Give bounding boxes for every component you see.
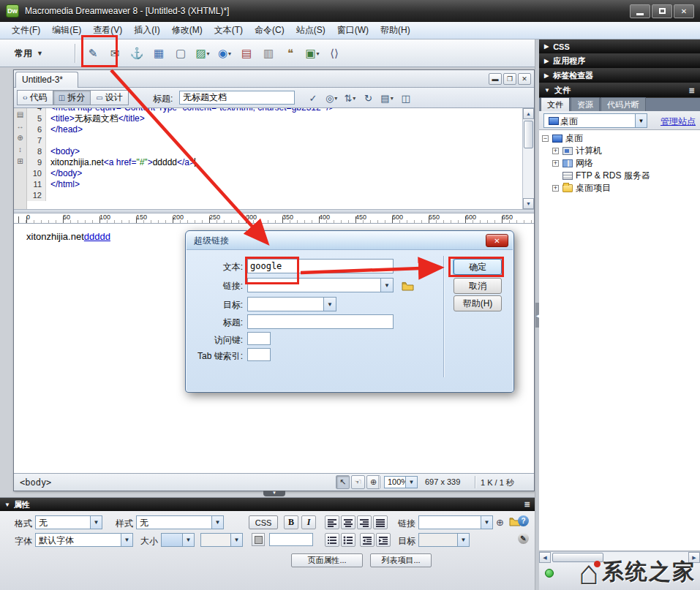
properties-header[interactable]: ▼ 属性 ≣ xyxy=(0,498,535,511)
tree-item[interactable]: +网络 xyxy=(539,157,700,170)
link-dropdown[interactable]: ▼ xyxy=(418,515,493,529)
date-icon[interactable]: ▤ xyxy=(237,44,256,63)
color-hex-input[interactable] xyxy=(269,533,313,546)
scrollbar-thumb[interactable] xyxy=(552,553,603,562)
dropdown-arrow-icon[interactable]: ▾ xyxy=(207,50,210,57)
menu-item[interactable]: 窗口(W) xyxy=(331,22,375,39)
dropdown-arrow-icon[interactable]: ▾ xyxy=(317,50,320,57)
file-management-icon[interactable]: ⇅▾ xyxy=(342,91,358,105)
menu-item[interactable]: 站点(S) xyxy=(290,22,331,39)
design-hyperlink[interactable]: ddddd xyxy=(84,231,110,242)
font-dropdown[interactable]: 默认字体 ▼ xyxy=(35,533,133,547)
tree-item[interactable]: +桌面项目 xyxy=(539,182,700,194)
scroll-down-icon[interactable]: ▼ xyxy=(523,198,534,209)
panel-menu-icon[interactable]: ≣ xyxy=(689,86,695,94)
code-lines[interactable]: 4<meta http-equiv="Content-Type" content… xyxy=(27,108,522,209)
align-center-button[interactable] xyxy=(341,515,355,529)
tag-chooser-icon[interactable]: ⟨⟩ xyxy=(325,44,344,63)
chevron-down-icon[interactable]: ▼ xyxy=(380,279,393,292)
help-button[interactable]: 帮助(H) xyxy=(454,295,502,311)
design-plain-text[interactable]: xitonzhijia.net xyxy=(26,231,84,242)
named-anchor-icon[interactable]: ⚓ xyxy=(127,44,146,63)
code-vertical-scrollbar[interactable]: ▲ ▼ xyxy=(522,108,534,209)
outdent-button[interactable] xyxy=(360,533,375,547)
image-icon[interactable]: ▨▾ xyxy=(193,44,212,63)
quick-tag-edit-icon[interactable]: ✎ xyxy=(518,533,529,544)
scroll-left-icon[interactable]: ◀ xyxy=(539,552,551,563)
window-size-value[interactable]: 697 x 339 xyxy=(425,477,460,486)
restore-button[interactable] xyxy=(652,4,672,18)
unordered-list-button[interactable] xyxy=(341,533,355,547)
hyperlink-icon[interactable]: ✎ xyxy=(83,44,102,63)
zoom-level-dropdown[interactable]: 100% ▼ xyxy=(384,476,418,488)
insert-div-icon[interactable]: ▢ xyxy=(171,44,190,63)
view-options-icon[interactable]: ▤▾ xyxy=(378,91,395,105)
minimize-button[interactable] xyxy=(630,4,650,18)
connection-status-icon[interactable] xyxy=(545,569,554,578)
doc-title-input[interactable] xyxy=(179,91,295,105)
scrollbar-thumb[interactable] xyxy=(524,121,533,148)
scroll-right-icon[interactable]: ▶ xyxy=(688,552,700,563)
align-right-button[interactable] xyxy=(357,515,372,529)
tree-item[interactable]: FTP & RDS 服务器 xyxy=(539,170,700,182)
ok-button[interactable]: 确定 xyxy=(454,259,502,275)
hyperlink-title-input[interactable] xyxy=(247,314,394,329)
ordered-list-button[interactable] xyxy=(325,533,339,547)
table-icon[interactable]: ▦ xyxy=(149,44,168,63)
server-include-icon[interactable]: ▥ xyxy=(259,44,278,63)
view-button-设计[interactable]: ▭设计 xyxy=(90,90,128,105)
size-dropdown[interactable]: ▼ xyxy=(161,533,195,547)
view-button-拆分[interactable]: ◫拆分 xyxy=(53,90,91,105)
menu-item[interactable]: 文本(T) xyxy=(208,22,249,39)
scroll-up-icon[interactable]: ▲ xyxy=(523,108,534,119)
email-link-icon[interactable]: ✉ xyxy=(105,44,124,63)
italic-button[interactable]: I xyxy=(301,515,316,529)
panel-header-标签检查器[interactable]: ▶标签检查器 xyxy=(539,69,700,83)
hyperlink-link-combo[interactable]: ▼ xyxy=(247,278,394,292)
tree-expander-icon[interactable]: + xyxy=(552,185,559,192)
view-button-代码[interactable]: ‹›代码 xyxy=(17,90,53,105)
tab-index-input[interactable] xyxy=(247,348,271,361)
list-item-button[interactable]: 列表项目... xyxy=(370,553,432,567)
access-key-input[interactable] xyxy=(247,332,271,345)
browse-folder-icon[interactable] xyxy=(399,279,415,292)
align-justify-button[interactable] xyxy=(373,515,388,529)
doc-minimize-button[interactable]: ▬ xyxy=(489,73,502,85)
tag-selector-body[interactable]: <body> xyxy=(20,477,51,488)
dialog-close-button[interactable]: ✕ xyxy=(486,234,508,247)
panel-header-files[interactable]: ▼ 文件 ≣ xyxy=(539,83,700,98)
dropdown-arrow-icon[interactable]: ▾ xyxy=(228,50,231,57)
dialog-title-bar[interactable]: 超级链接 xyxy=(187,232,513,250)
tree-expander-icon[interactable]: + xyxy=(552,148,559,154)
tree-expander-icon[interactable]: + xyxy=(552,160,559,167)
panel-collapse-notch[interactable]: ▼ xyxy=(263,491,285,496)
template-icon[interactable]: ▣▾ xyxy=(303,44,322,63)
refresh-icon[interactable]: ↻ xyxy=(360,91,376,105)
menu-item[interactable]: 插入(I) xyxy=(128,22,165,39)
code-view[interactable]: ▤↔⊕↕⊞ 4<meta http-equiv="Content-Type" c… xyxy=(14,108,534,209)
indent-button[interactable] xyxy=(376,533,391,547)
menu-item[interactable]: 查看(V) xyxy=(87,22,128,39)
files-horizontal-scrollbar[interactable]: ◀ ▶ xyxy=(539,551,700,563)
expand-all-icon[interactable]: ⊕ xyxy=(17,135,23,142)
css-button[interactable]: CSS xyxy=(249,515,278,529)
hyperlink-text-input[interactable] xyxy=(247,259,394,273)
close-button[interactable]: ✕ xyxy=(674,4,694,18)
size-unit-dropdown[interactable]: ▼ xyxy=(200,533,243,547)
files-tab-代码片断[interactable]: 代码片断 xyxy=(601,97,646,111)
menu-item[interactable]: 编辑(E) xyxy=(46,22,87,39)
style-dropdown[interactable]: 无 ▼ xyxy=(136,515,224,529)
collapse-tag-icon[interactable]: ↔ xyxy=(17,123,24,130)
page-properties-button[interactable]: 页面属性... xyxy=(291,553,363,567)
help-icon[interactable]: ? xyxy=(518,515,529,526)
validate-markup-icon[interactable]: ✓ xyxy=(305,91,321,105)
collapse-selection-icon[interactable]: ↕ xyxy=(18,146,22,154)
chevron-down-icon[interactable]: ▼ xyxy=(323,298,336,311)
point-to-file-icon[interactable]: ⊕ xyxy=(496,517,504,528)
browser-check-icon[interactable]: ◎▾ xyxy=(323,91,339,105)
open-documents-icon[interactable]: ▤ xyxy=(17,111,23,118)
tree-expander-icon[interactable]: − xyxy=(542,135,549,142)
target-dropdown[interactable]: ▼ xyxy=(418,533,470,547)
menu-item[interactable]: 修改(M) xyxy=(166,22,208,39)
files-tab-文件[interactable]: 文件 xyxy=(541,97,570,111)
